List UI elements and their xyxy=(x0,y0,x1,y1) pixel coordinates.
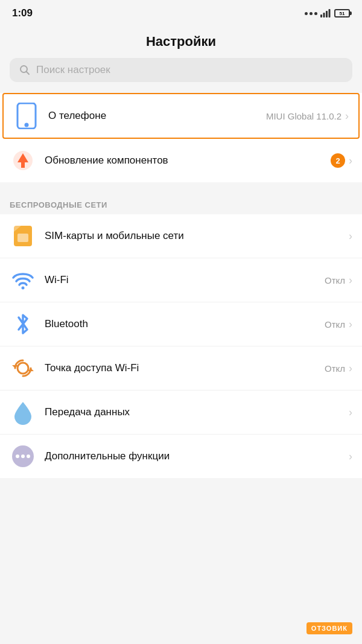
update-chevron: › xyxy=(349,155,352,167)
wifi-icon xyxy=(10,267,36,293)
hotspot-label: Точка доступа Wi-Fi xyxy=(45,362,325,374)
extra-features-chevron: › xyxy=(349,450,352,463)
update-item[interactable]: Обновление компонентов 2 › xyxy=(0,139,362,182)
update-content: Обновление компонентов xyxy=(45,155,331,167)
bluetooth-chevron: › xyxy=(349,318,352,331)
status-bar: 1:09 51 xyxy=(0,0,362,24)
svg-line-5 xyxy=(27,72,30,75)
svg-rect-2 xyxy=(326,11,328,18)
hotspot-item[interactable]: Точка доступа Wi-Fi Откл › xyxy=(0,346,362,391)
about-phone-label: О телефоне xyxy=(48,110,266,122)
sim-label: SIM-карты и мобильные сети xyxy=(45,230,345,242)
wifi-chevron: › xyxy=(349,274,352,287)
hotspot-value: Откл xyxy=(325,363,345,374)
extra-features-right: › xyxy=(345,450,352,463)
wifi-item[interactable]: Wi-Fi Откл › xyxy=(0,258,362,302)
svg-rect-12 xyxy=(17,234,28,242)
sim-icon xyxy=(10,223,36,249)
hotspot-chevron: › xyxy=(349,362,352,375)
extra-features-content: Дополнительные функции xyxy=(45,450,345,462)
bluetooth-content: Bluetooth xyxy=(45,318,325,330)
sim-content: SIM-карты и мобильные сети xyxy=(45,230,345,242)
data-transfer-content: Передача данных xyxy=(45,406,345,418)
about-phone-content: О телефоне xyxy=(48,110,266,122)
extra-features-icon xyxy=(10,443,36,470)
battery-icon: 51 xyxy=(334,9,350,18)
extra-features-label: Дополнительные функции xyxy=(45,450,345,462)
sim-chevron: › xyxy=(349,230,352,243)
data-transfer-label: Передача данных xyxy=(45,406,345,418)
bluetooth-icon xyxy=(10,311,36,337)
hotspot-icon xyxy=(10,355,36,381)
wireless-settings-section: SIM-карты и мобильные сети › Wi-Fi Откл … xyxy=(0,214,362,478)
sim-item[interactable]: SIM-карты и мобильные сети › xyxy=(0,214,362,258)
data-transfer-icon xyxy=(10,399,36,426)
signal-dots-icon xyxy=(305,12,317,15)
bluetooth-label: Bluetooth xyxy=(45,318,325,330)
watermark: ОТЗОВИК xyxy=(306,622,352,634)
wifi-label: Wi-Fi xyxy=(45,274,325,286)
about-phone-right: MIUI Global 11.0.2 › xyxy=(266,110,349,123)
wifi-value: Откл xyxy=(325,275,345,285)
svg-point-14 xyxy=(17,363,28,374)
svg-point-13 xyxy=(22,287,25,290)
data-transfer-right: › xyxy=(345,406,352,419)
svg-point-7 xyxy=(25,123,29,127)
search-bar-container: Поиск настроек xyxy=(0,58,362,93)
svg-rect-1 xyxy=(323,13,325,18)
data-transfer-item[interactable]: Передача данных › xyxy=(0,391,362,435)
extra-features-item[interactable]: Дополнительные функции › xyxy=(0,435,362,478)
hotspot-right: Откл › xyxy=(325,362,352,375)
bluetooth-right: Откл › xyxy=(325,318,352,331)
about-phone-item[interactable]: О телефоне MIUI Global 11.0.2 › xyxy=(2,93,360,139)
bluetooth-item[interactable]: Bluetooth Откл › xyxy=(0,302,362,346)
page-title: Настройки xyxy=(0,24,362,58)
cell-signal-icon xyxy=(320,9,331,18)
wifi-right: Откл › xyxy=(325,274,352,287)
sim-right: › xyxy=(345,230,352,243)
status-icons: 51 xyxy=(305,9,350,18)
divider-1 xyxy=(0,182,362,188)
update-badge: 2 xyxy=(331,153,345,168)
about-phone-value: MIUI Global 11.0.2 xyxy=(266,111,341,121)
search-icon xyxy=(19,65,30,75)
status-time: 1:09 xyxy=(12,7,33,19)
svg-rect-3 xyxy=(329,9,331,18)
update-right: 2 › xyxy=(331,153,352,168)
search-placeholder: Поиск настроек xyxy=(36,64,110,76)
svg-point-20 xyxy=(27,454,30,458)
top-settings-section: О телефоне MIUI Global 11.0.2 › Обновлен… xyxy=(0,93,362,182)
bluetooth-value: Откл xyxy=(325,319,345,330)
update-icon xyxy=(10,147,36,174)
phone-icon xyxy=(13,103,40,129)
wireless-section-header: БЕСПРОВОДНЫЕ СЕТИ xyxy=(0,188,362,214)
svg-point-19 xyxy=(21,454,25,458)
svg-point-18 xyxy=(16,454,19,458)
data-transfer-chevron: › xyxy=(349,406,352,419)
wifi-content: Wi-Fi xyxy=(45,274,325,286)
update-label: Обновление компонентов xyxy=(45,155,331,167)
svg-rect-0 xyxy=(320,14,322,18)
search-bar[interactable]: Поиск настроек xyxy=(10,58,352,82)
hotspot-content: Точка доступа Wi-Fi xyxy=(45,362,325,374)
about-phone-chevron: › xyxy=(345,110,349,123)
